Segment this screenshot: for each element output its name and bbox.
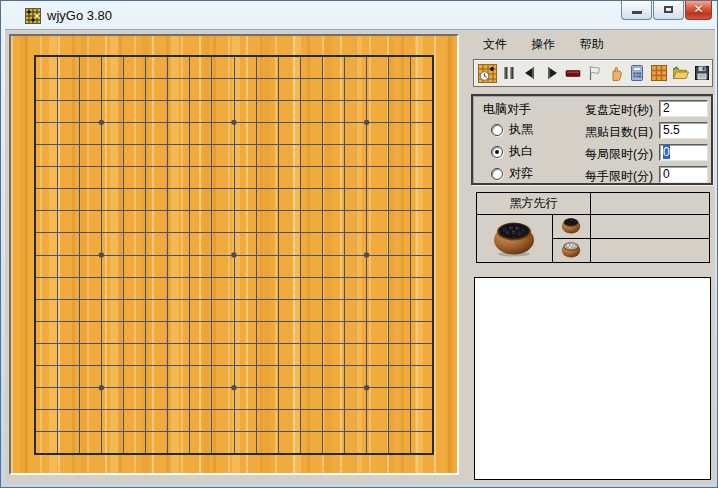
hand-button[interactable] <box>606 62 626 84</box>
komi-input[interactable]: 5.5 <box>659 122 708 139</box>
replay-timer-label: 复盘定时(秒) <box>585 102 653 119</box>
minimize-icon <box>632 11 642 14</box>
menu-bar: 文件 操作 帮助 <box>475 33 617 53</box>
radio-icon <box>491 124 503 136</box>
radio-icon <box>491 146 503 158</box>
minimize-button[interactable] <box>621 1 652 20</box>
maximize-icon <box>664 6 673 13</box>
title-bar[interactable]: wjyGo 3.80 ✕ <box>1 1 717 29</box>
replay-timer-input[interactable]: 2 <box>659 100 708 117</box>
black-count-cell <box>591 215 710 239</box>
radio-human-vs-human-label: 对弈 <box>509 165 533 182</box>
replay-timer-value: 2 <box>663 101 670 115</box>
open-folder-icon <box>671 64 690 82</box>
radio-play-white[interactable]: 执白 <box>491 143 533 160</box>
calculator-icon <box>628 64 646 82</box>
toolbar <box>473 59 713 87</box>
close-icon: ✕ <box>686 2 711 16</box>
small-bowl-white-stones <box>560 239 582 259</box>
game-time-limit-value: 0 <box>663 145 670 159</box>
move-time-limit-input[interactable]: 0 <box>659 166 708 183</box>
radio-play-black-label: 执黑 <box>509 121 533 138</box>
new-game-button[interactable] <box>477 62 497 84</box>
game-time-limit-label: 每局限时(分) <box>585 146 653 163</box>
step-back-button[interactable] <box>520 62 540 84</box>
radio-icon <box>491 168 503 180</box>
turn-header-empty-cell <box>591 193 710 215</box>
komi-label: 黑贴目数(目) <box>585 124 653 141</box>
pause-button[interactable] <box>498 62 518 84</box>
computer-opponent-label: 电脑对手 <box>483 101 531 118</box>
control-panel: 文件 操作 帮助 <box>471 30 715 484</box>
save-disk-icon <box>693 64 711 82</box>
radio-play-white-label: 执白 <box>509 143 533 160</box>
large-bowl-black-stones <box>490 216 538 258</box>
maximize-button[interactable] <box>653 1 684 20</box>
menu-file[interactable]: 文件 <box>475 33 515 56</box>
board-grid-icon <box>650 64 668 82</box>
count-score-button[interactable] <box>627 62 647 84</box>
game-time-limit-input[interactable]: 0 <box>659 144 708 161</box>
komi-value: 5.5 <box>663 123 680 137</box>
white-bowl-cell <box>552 239 590 263</box>
step-back-icon <box>521 64 539 82</box>
save-file-button[interactable] <box>692 62 712 84</box>
stop-icon <box>564 64 582 82</box>
go-board-panel[interactable] <box>9 34 459 475</box>
black-bowl-cell <box>552 215 590 239</box>
menu-help[interactable]: 帮助 <box>572 33 612 56</box>
pass-flag-button[interactable] <box>584 62 604 84</box>
step-forward-icon <box>543 64 561 82</box>
new-game-board-icon <box>478 64 497 83</box>
board-grid <box>33 54 435 456</box>
settings-panel: 电脑对手 执黑 执白 对弈 复盘定时(秒) 2 黑贴目数(目) <box>471 94 713 185</box>
turn-status-header: 黑方先行 <box>477 193 591 215</box>
white-count-cell <box>591 239 710 263</box>
radio-play-black[interactable]: 执黑 <box>491 121 533 138</box>
turn-table: 黑方先行 <box>476 192 710 263</box>
radio-human-vs-human[interactable]: 对弈 <box>491 165 533 182</box>
open-file-button[interactable] <box>670 62 690 84</box>
hand-icon <box>607 64 625 82</box>
move-time-limit-value: 0 <box>663 167 670 181</box>
step-forward-button[interactable] <box>541 62 561 84</box>
go-board-app-icon <box>25 8 41 24</box>
flag-icon <box>585 64 603 82</box>
stop-button[interactable] <box>563 62 583 84</box>
pause-icon <box>500 64 518 82</box>
close-button[interactable]: ✕ <box>685 1 712 20</box>
board-setup-button[interactable] <box>649 62 669 84</box>
app-window: wjyGo 3.80 ✕ 文件 操作 帮助 <box>0 0 718 488</box>
move-time-limit-label: 每手限时(分) <box>585 168 653 185</box>
captured-bowl-cell <box>477 215 553 263</box>
client-area: 文件 操作 帮助 <box>5 29 715 484</box>
small-bowl-black-stones <box>560 215 582 235</box>
window-title: wjyGo 3.80 <box>47 8 112 23</box>
menu-operation[interactable]: 操作 <box>523 33 563 56</box>
move-list-box[interactable] <box>474 277 711 480</box>
